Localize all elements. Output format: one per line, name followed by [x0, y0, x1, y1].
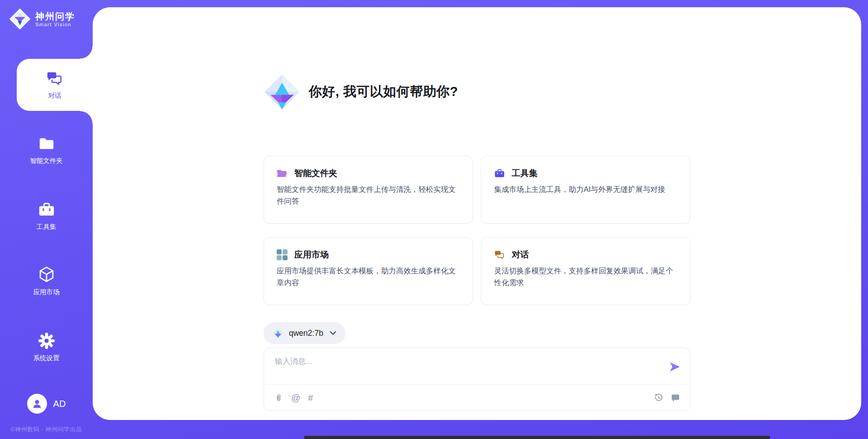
brand-name: 神州问学	[35, 11, 75, 22]
conversations-button[interactable]	[670, 393, 680, 402]
card-description: 集成市场上主流工具，助力AI与外界无缝扩展与对接	[494, 184, 677, 196]
sidebar-item-label: 应用市场	[33, 288, 60, 296]
sidebar: 神州问学 Smart Vision 对话 智能文件夹 工具集 应用市场	[0, 0, 93, 439]
message-composer: @ #	[264, 348, 690, 411]
chevron-down-icon	[330, 331, 336, 335]
gear-icon	[38, 332, 55, 349]
bottom-window-edge	[304, 436, 770, 439]
card-app-market[interactable]: 应用市场 应用市场提供丰富长文本模板，助力高效生成多样化文章内容	[264, 237, 473, 305]
sidebar-item-app-market[interactable]: 应用市场	[0, 255, 93, 307]
cube-icon	[38, 266, 55, 283]
copyright-text: ©神州数码 · 神州问学出品	[0, 425, 93, 434]
sidebar-item-label: 对话	[48, 91, 61, 100]
card-title: 对话	[512, 249, 529, 261]
person-avatar-icon	[31, 398, 43, 410]
chat-bubble-icon	[671, 393, 680, 402]
card-description: 应用市场提供丰富长文本模板，助力高效生成多样化文章内容	[277, 265, 460, 288]
feature-cards: 智能文件夹 智能文件夹功能支持批量文件上传与清洗，轻松实现文件问答 工具集 集成…	[264, 156, 690, 305]
attachment-button[interactable]	[274, 393, 283, 402]
card-title: 应用市场	[294, 249, 329, 261]
sidebar-item-chat[interactable]: 对话	[17, 59, 93, 111]
card-title: 智能文件夹	[294, 167, 337, 179]
model-selector[interactable]: qwen2:7b	[264, 322, 345, 344]
diamond-gem-icon	[264, 73, 301, 110]
history-clock-icon	[654, 393, 663, 402]
card-chat[interactable]: 对话 灵活切换多模型文件，支持多样回复效果调试，满足个性化需求	[481, 237, 690, 305]
diamond-gem-icon	[9, 8, 31, 30]
sidebar-item-label: 智能文件夹	[30, 157, 63, 165]
paperclip-icon	[274, 393, 283, 402]
user-account[interactable]: AD	[0, 394, 93, 414]
toolbox-icon	[494, 168, 505, 179]
card-smart-folder[interactable]: 智能文件夹 智能文件夹功能支持批量文件上传与清洗，轻松实现文件问答	[264, 156, 473, 224]
card-description: 灵活切换多模型文件，支持多样回复效果调试，满足个性化需求	[494, 265, 677, 288]
diamond-gem-icon	[273, 328, 283, 339]
message-input[interactable]	[274, 355, 658, 382]
greeting-text: 你好, 我可以如何帮助你?	[309, 83, 458, 101]
card-toolset[interactable]: 工具集 集成市场上主流工具，助力AI与外界无缝扩展与对接	[481, 156, 690, 224]
brand-logo: 神州问学 Smart Vision	[9, 8, 75, 30]
card-title: 工具集	[512, 167, 538, 179]
avatar	[27, 394, 47, 414]
card-description: 智能文件夹功能支持批量文件上传与清洗，轻松实现文件问答	[277, 184, 460, 207]
toolbox-icon	[38, 201, 55, 218]
folder-open-icon	[277, 168, 288, 179]
grid-icon	[277, 249, 288, 260]
composer-toolbar: @ #	[264, 385, 690, 410]
sidebar-item-toolset[interactable]: 工具集	[0, 190, 93, 242]
user-name: AD	[53, 399, 66, 409]
chat-bubbles-icon	[46, 70, 63, 87]
sidebar-item-label: 系统设置	[33, 354, 60, 363]
main-content: 你好, 我可以如何帮助你? 智能文件夹 智能文件夹功能支持批量文件上传与清洗，轻…	[264, 7, 690, 420]
sidebar-item-smart-folder[interactable]: 智能文件夹	[0, 124, 93, 176]
brand-subtitle: Smart Vision	[35, 22, 75, 27]
greeting: 你好, 我可以如何帮助你?	[264, 73, 458, 110]
send-icon[interactable]	[669, 361, 681, 373]
chat-bubbles-icon	[494, 249, 505, 260]
sidebar-item-settings[interactable]: 系统设置	[0, 321, 93, 373]
history-button[interactable]	[654, 393, 663, 402]
mention-button[interactable]: @	[291, 393, 300, 402]
main-panel: 你好, 我可以如何帮助你? 智能文件夹 智能文件夹功能支持批量文件上传与清洗，轻…	[93, 7, 861, 420]
sidebar-item-label: 工具集	[37, 223, 57, 231]
topic-button[interactable]: #	[308, 393, 313, 402]
folder-icon	[38, 135, 55, 152]
model-name: qwen2:7b	[289, 329, 323, 338]
